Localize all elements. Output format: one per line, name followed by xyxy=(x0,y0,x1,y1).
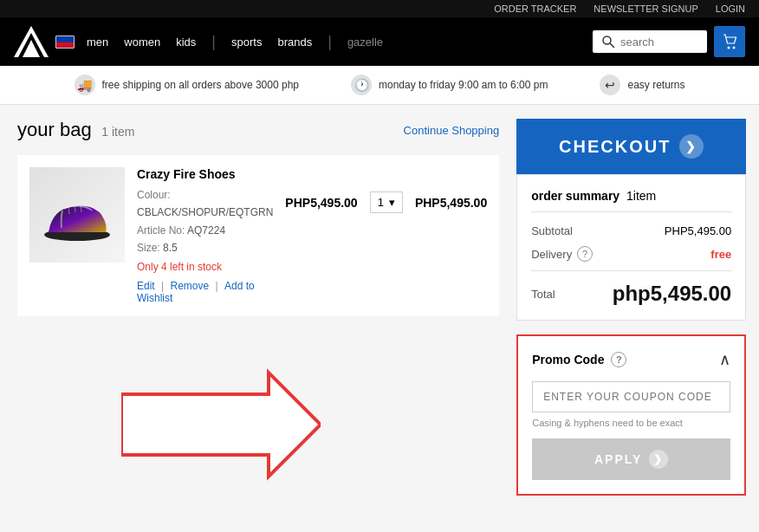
article-value: AQ7224 xyxy=(187,224,225,237)
action-separator-1: | xyxy=(161,280,166,292)
arrow-annotation-container xyxy=(17,368,499,490)
newsletter-link[interactable]: NEWSLETTER SIGNUP xyxy=(594,3,697,14)
cart-icon xyxy=(721,33,738,50)
checkout-arrow-icon: ❯ xyxy=(679,134,704,159)
nav-women[interactable]: women xyxy=(124,36,160,49)
promo-section: Promo Code ? ∧ Casing & hyphens need to … xyxy=(516,334,746,496)
shipping-text: free shipping on all orders above 3000 p… xyxy=(102,79,300,91)
total-amount: php5,495.00 xyxy=(613,282,731,306)
order-summary-title: order summary 1item xyxy=(531,189,731,212)
promo-collapse-icon[interactable]: ∧ xyxy=(719,350,730,369)
shoe-image-svg xyxy=(38,185,116,245)
product-actions: Edit | Remove | Add to Wishlist xyxy=(137,280,273,304)
unit-price: PHP5,495.00 xyxy=(285,196,357,210)
returns-icon: ↩ xyxy=(600,75,620,95)
apply-label: APPLY xyxy=(594,452,642,466)
bag-header: your bag 1 item Continue Shopping xyxy=(17,119,499,141)
apply-button[interactable]: APPLY ❯ xyxy=(532,438,730,480)
quantity-selector[interactable]: 1 ▾ xyxy=(370,191,403,213)
colour-label: Colour: xyxy=(137,189,171,201)
delivery-label: Delivery ? xyxy=(531,246,593,262)
product-meta: Colour: CBLACK/SHOPUR/EQTGRN Article No:… xyxy=(137,186,273,257)
edit-link[interactable]: Edit xyxy=(137,280,155,292)
order-summary: order summary 1item Subtotal PHP5,495.00… xyxy=(516,174,746,321)
product-price-group: PHP5,495.00 1 ▾ PHP5,495.00 xyxy=(285,191,487,213)
nav-brands[interactable]: brands xyxy=(277,36,312,49)
utility-bar: 🚚 free shipping on all orders above 3000… xyxy=(0,66,759,105)
main-navigation: men women kids | sports brands | gazelle xyxy=(87,33,593,51)
delivery-value: free xyxy=(710,248,731,261)
svg-point-3 xyxy=(603,36,611,44)
nav-men[interactable]: men xyxy=(87,36,108,49)
hours-icon: 🕐 xyxy=(351,75,372,95)
stock-warning: Only 4 left in stock xyxy=(137,261,273,273)
bag-title-group: your bag 1 item xyxy=(17,119,134,141)
login-link[interactable]: LOGIN xyxy=(716,3,745,14)
qty-chevron-icon: ▾ xyxy=(389,196,395,209)
search-box[interactable] xyxy=(593,30,707,53)
delivery-row: Delivery ? free xyxy=(531,246,731,262)
hours-text: monday to friday 9:00 am to 6:00 pm xyxy=(379,79,548,91)
country-flag[interactable] xyxy=(55,36,75,49)
svg-line-4 xyxy=(610,43,614,48)
nav-gazelle[interactable]: gazelle xyxy=(347,36,383,49)
total-price: PHP5,495.00 xyxy=(415,196,487,210)
order-item-count: 1item xyxy=(626,189,656,203)
continue-shopping-link[interactable]: Continue Shopping xyxy=(404,124,500,137)
subtotal-label: Subtotal xyxy=(531,224,573,237)
size-value: 8.5 xyxy=(163,242,178,254)
checkout-label: CHECKOUT xyxy=(559,137,671,157)
cart-button[interactable] xyxy=(714,26,745,57)
apply-arrow-icon: ❯ xyxy=(649,450,668,469)
bag-section: your bag 1 item Continue Shopping xyxy=(17,119,499,496)
subtotal-row: Subtotal PHP5,495.00 xyxy=(531,224,731,237)
search-input[interactable] xyxy=(620,36,698,49)
nav-divider-2: | xyxy=(328,33,332,51)
remove-link[interactable]: Remove xyxy=(170,280,209,292)
total-label: Total xyxy=(531,288,555,301)
nav-kids[interactable]: kids xyxy=(176,36,196,49)
main-content: your bag 1 item Continue Shopping xyxy=(0,105,759,509)
svg-marker-11 xyxy=(121,373,321,477)
shipping-icon: 🚚 xyxy=(75,75,95,95)
returns-text: easy returns xyxy=(627,79,684,91)
order-tracker-link[interactable]: ORDER TRACKER xyxy=(494,3,576,14)
nav-divider: | xyxy=(211,33,216,51)
adidas-logo xyxy=(14,26,49,57)
svg-point-5 xyxy=(728,47,730,49)
promo-title-text: Promo Code xyxy=(532,353,604,367)
nav-sports[interactable]: sports xyxy=(231,36,262,49)
delivery-help-icon[interactable]: ? xyxy=(577,246,593,262)
returns-info: ↩ easy returns xyxy=(600,75,684,95)
colour-value: CBLACK/SHOPUR/EQTGRN xyxy=(137,206,273,218)
nav-right-controls xyxy=(593,26,745,57)
bag-count: 1 item xyxy=(101,125,134,139)
article-label: Article No: xyxy=(137,224,185,237)
promo-hint: Casing & hyphens need to be exact xyxy=(532,418,730,428)
product-details: Crazy Fire Shoes Colour: CBLACK/SHOPUR/E… xyxy=(137,167,273,304)
promo-header: Promo Code ? ∧ xyxy=(532,350,730,369)
size-label: Size: xyxy=(137,242,160,254)
svg-point-6 xyxy=(733,47,736,49)
product-row: Crazy Fire Shoes Colour: CBLACK/SHOPUR/E… xyxy=(17,155,499,316)
qty-value: 1 xyxy=(378,196,384,209)
shipping-info: 🚚 free shipping on all orders above 3000… xyxy=(75,75,300,95)
bag-title: your bag xyxy=(17,119,92,140)
coupon-input[interactable] xyxy=(532,381,730,412)
checkout-button[interactable]: CHECKOUT ❯ xyxy=(516,119,746,174)
total-row: Total php5,495.00 xyxy=(531,270,731,306)
hours-info: 🕐 monday to friday 9:00 am to 6:00 pm xyxy=(351,75,548,95)
subtotal-value: PHP5,495.00 xyxy=(665,224,731,237)
product-name: Crazy Fire Shoes xyxy=(137,167,273,181)
action-separator-2: | xyxy=(216,280,221,292)
search-icon xyxy=(601,35,615,49)
arrow-annotation xyxy=(121,368,321,481)
product-image xyxy=(29,167,125,263)
promo-help-icon[interactable]: ? xyxy=(611,352,626,367)
right-column: CHECKOUT ❯ order summary 1item Subtotal … xyxy=(516,119,746,496)
promo-title: Promo Code ? xyxy=(532,352,626,367)
